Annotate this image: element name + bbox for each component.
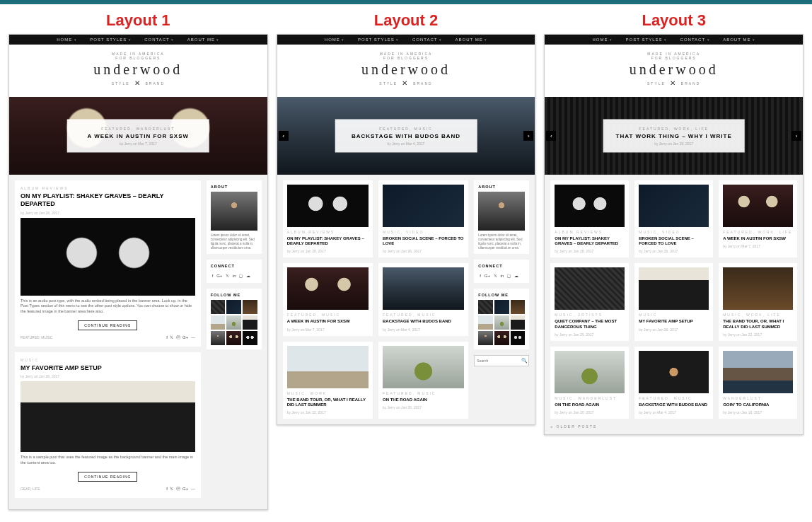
- post-image[interactable]: [21, 218, 195, 296]
- post-title[interactable]: ON THE ROAD AGAIN: [555, 402, 625, 407]
- hero-title[interactable]: THAT WORK THING – WHY I WRITE: [615, 133, 732, 139]
- post-image[interactable]: [639, 267, 709, 310]
- facebook-icon[interactable]: f: [166, 487, 168, 491]
- post-tags[interactable]: GEAR, LIFE: [21, 487, 40, 491]
- google-icon[interactable]: G+: [182, 487, 188, 491]
- nav-about[interactable]: ABOUT ME: [456, 37, 488, 42]
- nav-contact[interactable]: CONTACT: [144, 37, 174, 42]
- post-image[interactable]: [287, 185, 369, 227]
- search-icon[interactable]: 🔍: [521, 358, 528, 364]
- post-cat[interactable]: MUSIC: [21, 358, 195, 362]
- continue-button[interactable]: CONTINUE READING: [78, 320, 137, 330]
- hero-caption[interactable]: FEATURED, WANDERLUST A WEEK IN AUSTIN FO…: [67, 120, 209, 153]
- nav-post-styles[interactable]: POST STYLES: [90, 37, 131, 42]
- more-icon[interactable]: ⋯: [191, 487, 195, 491]
- post-title[interactable]: MY FAVORITE AMP SETUP: [639, 319, 709, 324]
- post-image[interactable]: [723, 351, 793, 393]
- post-title[interactable]: ON THE ROAD AGAIN: [383, 398, 464, 402]
- post-image[interactable]: [639, 351, 709, 393]
- twitter-icon[interactable]: 𝕏: [226, 274, 229, 278]
- nav-home[interactable]: HOME: [593, 37, 613, 42]
- post-image[interactable]: [383, 267, 464, 310]
- post-cat[interactable]: FEATURED, MUSIC: [383, 391, 464, 395]
- older-posts-link[interactable]: « OLDER POSTS: [545, 424, 803, 434]
- linkedin-icon[interactable]: in: [233, 274, 236, 278]
- post-title[interactable]: MY FAVORITE AMP SETUP: [21, 364, 195, 372]
- ig-thumb[interactable]: [226, 300, 241, 314]
- instagram-icon[interactable]: ◻: [507, 274, 511, 278]
- post-title[interactable]: THE BAND TOUR, OR, WHAT I REALLY DID LAS…: [723, 319, 793, 329]
- post-title[interactable]: BROKEN SOCIAL SCENE – FORCED TO LOVE: [639, 236, 709, 246]
- hero-slider[interactable]: FEATURED, WANDERLUST A WEEK IN AUSTIN FO…: [9, 97, 267, 175]
- ig-thumb[interactable]: [243, 300, 257, 314]
- post-title[interactable]: A WEEK IN AUSTIN FOR SXSW: [723, 236, 793, 241]
- post-image[interactable]: [287, 267, 369, 310]
- post-image[interactable]: [21, 381, 195, 452]
- post-title[interactable]: BACKSTAGE WITH BUDOS BAND: [383, 319, 464, 324]
- post-cat[interactable]: FEATURED, MUSIC: [639, 396, 709, 400]
- post-title[interactable]: ON MY PLAYLIST: SHAKEY GRAVES – DEARLY D…: [287, 236, 369, 246]
- nav-contact[interactable]: CONTACT: [412, 37, 442, 42]
- post-cat[interactable]: ALBUM REVIEWS: [21, 186, 195, 190]
- hero-slider[interactable]: ‹ › FEATURED, MUSIC BACKSTAGE WITH BUDOS…: [277, 97, 535, 175]
- post-title[interactable]: THE BAND TOUR, OR, WHAT I REALLY DID LAS…: [287, 398, 369, 407]
- post-cat[interactable]: MUSIC, VIDEO: [639, 230, 709, 234]
- post-cat[interactable]: FEATURED, MUSIC: [287, 313, 369, 317]
- pinterest-icon[interactable]: Ⓟ: [176, 487, 180, 491]
- post-title[interactable]: GOIN' TO CALIFORNIA: [723, 402, 793, 407]
- ig-thumb[interactable]: [226, 315, 241, 330]
- ig-thumb[interactable]: [494, 315, 509, 330]
- post-cat[interactable]: MUSIC, WORK, LIFE: [723, 313, 793, 317]
- post-cat[interactable]: FEATURED, MUSIC: [383, 313, 464, 317]
- facebook-icon[interactable]: f: [212, 274, 214, 278]
- ig-thumb[interactable]: [211, 331, 226, 345]
- post-title[interactable]: A WEEK IN AUSTIN FOR SXSW: [287, 319, 369, 324]
- hero-title[interactable]: A WEEK IN AUSTIN FOR SXSW: [80, 133, 197, 139]
- post-cat[interactable]: ALBUM REVIEWS: [287, 230, 369, 234]
- nav-about[interactable]: ABOUT ME: [723, 37, 755, 42]
- soundcloud-icon[interactable]: ☁: [246, 274, 250, 278]
- post-image[interactable]: [723, 267, 793, 310]
- more-icon[interactable]: ⋯: [191, 335, 195, 340]
- brand-name[interactable]: underwood: [545, 62, 803, 78]
- ig-thumb[interactable]: [494, 300, 509, 314]
- post-image[interactable]: [555, 267, 625, 310]
- post-title[interactable]: BROKEN SOCIAL SCENE – FORCED TO LOVE: [383, 236, 464, 246]
- search-input[interactable]: [477, 358, 521, 364]
- post-tags[interactable]: FEATURED, MUSIC: [21, 335, 52, 340]
- post-cat[interactable]: MUSIC: [639, 313, 709, 317]
- nav-home[interactable]: HOME: [325, 37, 344, 42]
- post-image[interactable]: [639, 185, 709, 227]
- ig-thumb[interactable]: [478, 315, 493, 330]
- post-image[interactable]: [723, 185, 793, 227]
- slider-prev-button[interactable]: ‹: [546, 131, 556, 141]
- post-image[interactable]: [287, 346, 369, 388]
- ig-thumb[interactable]: [211, 315, 226, 330]
- google-icon[interactable]: G+: [485, 274, 490, 278]
- continue-button[interactable]: CONTINUE READING: [78, 472, 137, 482]
- post-cat[interactable]: MUSIC, ARTISTS: [555, 313, 625, 317]
- ig-thumb[interactable]: [243, 331, 257, 345]
- post-cat[interactable]: ALBUM REVIEWS: [555, 230, 625, 234]
- ig-thumb[interactable]: [511, 300, 526, 314]
- google-icon[interactable]: G+: [216, 274, 222, 278]
- post-cat[interactable]: FEATURED, WORK, LIFE: [723, 230, 793, 234]
- hero-caption[interactable]: FEATURED, MUSIC BACKSTAGE WITH BUDOS BAN…: [335, 120, 477, 153]
- post-image[interactable]: [383, 185, 464, 227]
- brand-name[interactable]: underwood: [277, 62, 535, 78]
- slider-next-button[interactable]: ›: [791, 131, 801, 141]
- post-title[interactable]: QUIET COMPANY – THE MOST DANGEROUS THING: [555, 319, 625, 329]
- post-title[interactable]: ON MY PLAYLIST: SHAKEY GRAVES – DEARLY D…: [21, 192, 195, 208]
- slider-prev-button[interactable]: ‹: [279, 131, 289, 141]
- post-image[interactable]: [555, 351, 625, 393]
- linkedin-icon[interactable]: in: [501, 274, 504, 278]
- hero-title[interactable]: BACKSTAGE WITH BUDOS BAND: [348, 133, 465, 139]
- hero-caption[interactable]: FEATURED, WORK, LIFE THAT WORK THING – W…: [603, 120, 745, 153]
- instagram-icon[interactable]: ◻: [239, 274, 243, 278]
- search-widget[interactable]: 🔍: [474, 355, 529, 366]
- ig-thumb[interactable]: [478, 300, 493, 314]
- post-image[interactable]: [383, 346, 464, 388]
- nav-about[interactable]: ABOUT ME: [187, 37, 220, 42]
- nav-post-styles[interactable]: POST STYLES: [626, 37, 667, 42]
- ig-thumb[interactable]: [494, 331, 509, 345]
